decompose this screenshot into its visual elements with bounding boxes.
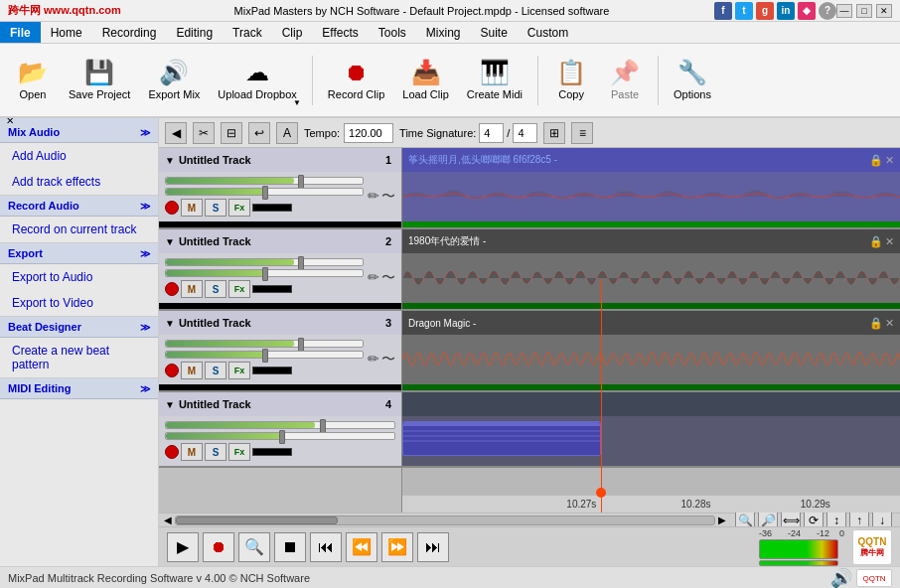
track-3-collapse[interactable]: ▼ (165, 318, 175, 329)
track-1-collapse[interactable]: ▼ (165, 155, 175, 166)
scrollbar-thumb[interactable] (176, 516, 338, 524)
track-2-mute-btn[interactable]: M (181, 280, 203, 298)
menu-editing[interactable]: Editing (166, 22, 223, 43)
instagram-icon[interactable]: ◆ (798, 2, 816, 20)
track-1-fx-btn[interactable]: Fx (228, 199, 250, 217)
wave-3-content[interactable] (402, 335, 900, 384)
wave-4-content[interactable] (402, 416, 900, 466)
paste-button[interactable]: 📌 Paste (600, 48, 650, 112)
track-1-wave-icon[interactable]: 〜 (381, 188, 395, 206)
track-2-wave-icon[interactable]: 〜 (381, 269, 395, 287)
track-3-pan-fader[interactable] (165, 351, 364, 359)
sidebar-section-record-audio[interactable]: Record Audio ≫ (0, 196, 158, 217)
to-end-button[interactable]: ⏭ (417, 532, 449, 562)
piano-roll-region[interactable] (402, 421, 601, 456)
track-2-pan-fader[interactable] (165, 269, 364, 277)
options-button[interactable]: 🔧 Options (667, 48, 718, 112)
track-4-mute-btn[interactable]: M (181, 443, 203, 461)
scroll-right-arrow[interactable]: ▶ (715, 514, 729, 527)
track-4-pan-fader[interactable] (165, 432, 395, 440)
wave-2-content[interactable] (402, 253, 900, 303)
track-4-solo-btn[interactable]: S (205, 443, 226, 461)
linkedin-icon[interactable]: in (777, 2, 795, 20)
upload-dropbox-button[interactable]: ☁ Upload Dropbox (211, 48, 304, 112)
track-4-record-btn[interactable] (165, 445, 179, 459)
track-2-record-btn[interactable] (165, 282, 179, 296)
copy-button[interactable]: 📋 Copy (546, 48, 596, 112)
twitter-icon[interactable]: t (735, 2, 753, 20)
menu-custom[interactable]: Custom (518, 22, 578, 43)
maximize-button[interactable]: □ (856, 4, 872, 18)
track-1-record-btn[interactable] (165, 201, 179, 215)
sidebar-item-export-video[interactable]: Export to Video (0, 290, 158, 316)
to-start-button[interactable]: ⏮ (310, 532, 342, 562)
grid-btn[interactable]: ⊞ (543, 122, 565, 144)
sidebar-section-beat-designer[interactable]: Beat Designer ≫ (0, 317, 158, 338)
track-1-vol-fader[interactable] (165, 177, 364, 185)
track-1-edit-icon[interactable]: ✏ (368, 188, 379, 206)
timesig-numerator[interactable] (479, 123, 504, 143)
sidebar-section-export[interactable]: Export ≫ (0, 243, 158, 264)
menu-track[interactable]: Track (223, 22, 272, 43)
menu-file[interactable]: File (0, 22, 41, 43)
track-3-record-btn[interactable] (165, 364, 179, 377)
track-4-fx-btn[interactable]: Fx (228, 443, 250, 461)
track-3-fx-btn[interactable]: Fx (228, 362, 250, 379)
track-3-solo-btn[interactable]: S (205, 362, 226, 379)
sidebar-item-add-audio[interactable]: Add Audio (0, 143, 158, 169)
track-2-solo-btn[interactable]: S (205, 280, 226, 298)
undo-btn[interactable]: ◀ (165, 122, 187, 144)
menu-mixing[interactable]: Mixing (416, 22, 471, 43)
tempo-input[interactable] (344, 123, 393, 143)
open-button[interactable]: 📂 Open (8, 48, 58, 112)
loop-button[interactable]: 🔍 (238, 532, 270, 562)
sidebar-section-mix-audio[interactable]: Mix Audio ≫ (0, 122, 158, 143)
sidebar-close-btn[interactable]: ✕ (6, 118, 14, 126)
wave-1-close-icon[interactable]: ✕ (885, 154, 894, 167)
rewind-button[interactable]: ⏪ (346, 532, 377, 562)
menu-effects[interactable]: Effects (312, 22, 368, 43)
record-button[interactable]: ⏺ (203, 532, 234, 562)
menu-clip[interactable]: Clip (272, 22, 313, 43)
track-3-mute-btn[interactable]: M (181, 362, 203, 379)
sidebar-item-new-beat-pattern[interactable]: Create a new beat pattern (0, 338, 158, 377)
wave-1-content[interactable] (402, 172, 900, 221)
track-2-edit-icon[interactable]: ✏ (368, 269, 379, 287)
metronome-btn[interactable]: A (276, 122, 298, 144)
menu-tools[interactable]: Tools (369, 22, 416, 43)
minimize-button[interactable]: — (836, 4, 852, 18)
scrollbar-track[interactable] (175, 515, 715, 525)
load-clip-button[interactable]: 📥 Load Clip (395, 48, 455, 112)
track-2-fx-btn[interactable]: Fx (228, 280, 250, 298)
track-1-solo-btn[interactable]: S (205, 199, 226, 217)
sidebar-item-export-audio[interactable]: Export to Audio (0, 264, 158, 290)
record-clip-button[interactable]: ⏺ Record Clip (321, 48, 391, 112)
menu-suite[interactable]: Suite (471, 22, 518, 43)
track-3-edit-icon[interactable]: ✏ (368, 351, 379, 368)
export-mix-button[interactable]: 🔊 Export Mix (141, 48, 207, 112)
scroll-left-arrow[interactable]: ◀ (161, 514, 175, 527)
play-button[interactable]: ▶ (167, 532, 199, 562)
stop-button[interactable]: ⏹ (274, 532, 306, 562)
track-1-pan-fader[interactable] (165, 188, 364, 196)
menu-recording[interactable]: Recording (92, 22, 167, 43)
close-button[interactable]: ✕ (876, 4, 892, 18)
create-midi-button[interactable]: 🎹 Create Midi (460, 48, 529, 112)
track-4-vol-fader[interactable] (165, 421, 395, 429)
window-controls[interactable]: — □ ✕ (836, 4, 892, 18)
track-4-collapse[interactable]: ▼ (165, 399, 175, 410)
cut-btn[interactable]: ✂ (193, 122, 215, 144)
track-3-vol-fader[interactable] (165, 340, 364, 348)
wave-3-close-icon[interactable]: ✕ (885, 317, 894, 330)
sidebar-section-midi-editing[interactable]: MIDI Editing ≫ (0, 378, 158, 399)
sidebar-item-record-on-current[interactable]: Record on current track (0, 217, 158, 242)
help-icon[interactable]: ? (819, 2, 836, 20)
track-2-collapse[interactable]: ▼ (165, 236, 175, 247)
wave-2-close-icon[interactable]: ✕ (885, 235, 894, 248)
forward-button[interactable]: ⏩ (381, 532, 413, 562)
facebook-icon[interactable]: f (714, 2, 732, 20)
menu-home[interactable]: Home (41, 22, 92, 43)
googleplus-icon[interactable]: g (756, 2, 774, 20)
snap2-btn[interactable]: ≡ (571, 122, 593, 144)
save-project-button[interactable]: 💾 Save Project (62, 48, 137, 112)
